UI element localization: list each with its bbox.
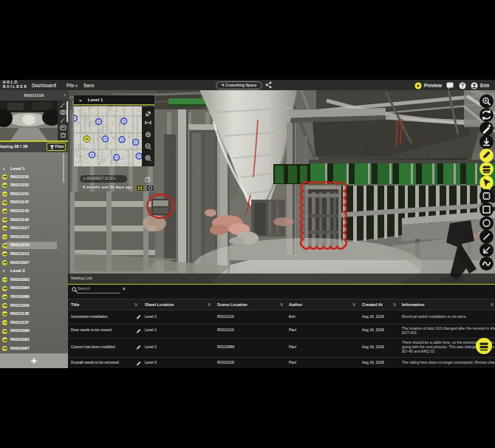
svg-text:?: ? bbox=[461, 83, 464, 88]
